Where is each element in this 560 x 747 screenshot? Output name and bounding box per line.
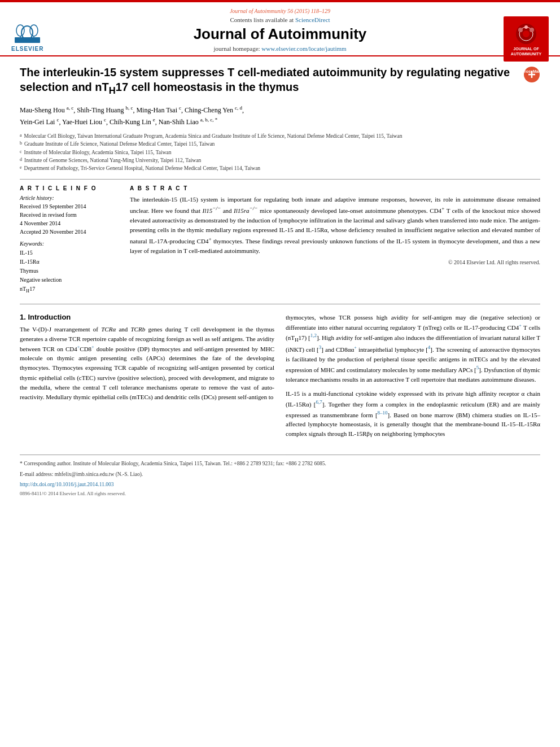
body-content: 1. Introduction The V-(D)-J rearrangemen… [20,313,540,444]
svg-point-12 [524,25,528,29]
received-revised: Received in revised form [20,211,119,219]
header-center: Contents lists available at ScienceDirec… [194,16,367,52]
author-2: Shih-Ting Huang b, c, [77,106,136,114]
keyword-5: nTH17 [20,285,119,295]
svg-point-10 [518,28,523,32]
elsevier-brand-text: ELSEVIER [11,46,43,52]
author-4: Ching-Cheng Yen c, d, [185,106,244,114]
author-5: Yein-Gei Lai c, [20,118,62,126]
contents-availability: Contents lists available at ScienceDirec… [194,16,367,23]
ref-6[interactable]: 6,7 [316,399,322,405]
section-1-heading: 1. Introduction [20,313,274,321]
keywords-section: Keywords: IL-15 IL-15Rα Thymus Negative … [20,241,119,295]
intro-para-3: IL-15 is a multi-functional cytokine wid… [286,389,540,439]
svg-point-2 [16,25,24,36]
keyword-2: IL-15Rα [20,257,119,267]
ref-1[interactable]: 1,2 [310,333,317,338]
elsevier-logo: ELSEVIER [11,15,43,52]
crossmark-badge: CrossMark [523,66,540,83]
abstract-text: The interleukin-15 (IL-15) system is imp… [130,195,540,256]
article-footer: * Corresponding author. Institute of Mol… [20,455,540,496]
authors-block: Mau-Sheng Hou a, c, Shih-Ting Huang b, c… [20,104,540,128]
body-right-col: thymocytes, whose TCR possess high avidi… [286,313,540,444]
crossmark-icon: CrossMark [523,66,540,83]
revised-date: 4 November 2014 [20,219,119,228]
article-title-block: The interleukin-15 system suppresses T c… [20,65,540,97]
article-info-heading: A R T I C L E I N F O [20,185,119,191]
main-content: The interleukin-15 system suppresses T c… [0,56,560,505]
affil-d: d Institute of Genome Sciences, National… [20,156,540,164]
ref-4[interactable]: 4 [428,344,431,350]
svg-point-9 [523,30,530,37]
abstract-heading: A B S T R A C T [130,185,540,191]
author-3: Ming-Han Tsai c, [136,106,185,114]
section-divider-1 [20,179,540,180]
sciencedirect-link[interactable]: ScienceDirect [295,16,330,23]
affil-e: e Department of Pathology, Tri-Service G… [20,164,540,172]
history-label: Article history: [20,195,119,201]
page-wrapper: Journal of Autoimmunity 56 (2015) 118–12… [0,0,560,505]
received-date: Received 19 September 2014 [20,202,119,211]
doi-line: http://dx.doi.org/10.1016/j.jaut.2014.11… [20,480,540,488]
email-note: E-mail address: mhfelix@imb.sinica.edu.t… [20,470,540,478]
body-left-col: 1. Introduction The V-(D)-J rearrangemen… [20,313,274,444]
ref-3[interactable]: 3 [319,344,322,350]
journal-name: Journal of Autoimmunity [194,25,367,43]
keyword-4: Negative selection [20,276,119,285]
autoimmunity-logo-icon [512,21,540,47]
elsevier-tree-icon [12,15,43,46]
doi-link[interactable]: http://dx.doi.org/10.1016/j.jaut.2014.11… [20,482,114,487]
ref-8[interactable]: 8–10 [378,410,388,416]
ref-5[interactable]: 5 [476,365,479,370]
article-info-abstract-section: A R T I C L E I N F O Article history: R… [20,185,540,295]
article-history: Article history: Received 19 September 2… [20,195,119,236]
journal-logo-text: JOURNAL OF AUTOIMMUNITY [504,47,549,56]
header-inner: ELSEVIER Contents lists available at Sci… [11,16,549,52]
journal-citation: Journal of Autoimmunity 56 (2015) 118–12… [11,8,549,14]
keywords-label: Keywords: [20,241,119,247]
homepage-link[interactable]: www.elsevier.com/locate/jautimm [261,45,346,52]
author-6: Yae-Huei Liou c, [62,118,110,126]
section-divider-2 [20,304,540,304]
journal-header: Journal of Autoimmunity 56 (2015) 118–12… [0,2,560,56]
copyright-line: © 2014 Elsevier Ltd. All rights reserved… [130,259,540,265]
title-main: The interleukin-15 system suppresses T c… [20,66,510,93]
article-title-text: The interleukin-15 system suppresses T c… [20,65,518,97]
affil-b: b Graduate Institute of Life Science, Na… [20,140,540,148]
corresponding-author-note: * Corresponding author. Institute of Mol… [20,460,540,468]
article-info-col: A R T I C L E I N F O Article history: R… [20,185,119,295]
footer-rights: 0896-8411/© 2014 Elsevier Ltd. All right… [20,491,540,496]
svg-point-11 [530,28,534,32]
author-7: Chih-Kung Lin e, [110,118,159,126]
accepted-date: Accepted 20 November 2014 [20,228,119,236]
keyword-3: Thymus [20,267,119,276]
affil-a: a Molecular Cell Biology, Taiwan Interna… [20,132,540,140]
affil-c: c Institute of Molecular Biology, Academ… [20,148,540,156]
keyword-1: IL-15 [20,248,119,257]
homepage-line: journal homepage: www.elsevier.com/locat… [194,45,367,52]
body-two-col: 1. Introduction The V-(D)-J rearrangemen… [20,313,540,444]
abstract-col: A B S T R A C T The interleukin-15 (IL-1… [130,185,540,295]
intro-para-1: The V-(D)-J rearrangement of TCRα and TC… [20,325,274,402]
author-1: Mau-Sheng Hou a, c, [20,106,77,114]
journal-logo-right: JOURNAL OF AUTOIMMUNITY [504,16,549,62]
svg-point-3 [30,25,38,36]
author-8: Nan-Shih Liao a, b, c, * [159,118,218,126]
affiliations-block: a Molecular Cell Biology, Taiwan Interna… [20,132,540,172]
intro-para-2: thymocytes, whose TCR possess high avidi… [286,313,540,385]
